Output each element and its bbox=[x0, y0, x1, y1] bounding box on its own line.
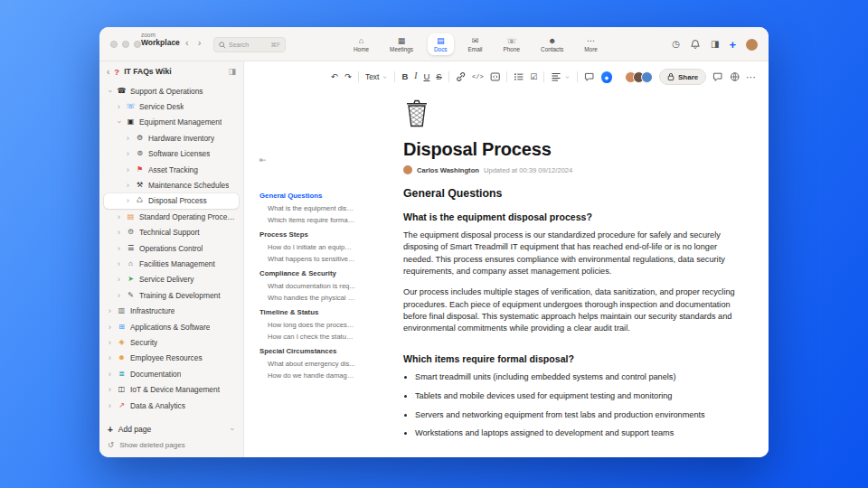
sidebar-item-maintenance-schedules[interactable]: ›⚒Maintenance Schedules bbox=[104, 177, 239, 192]
toc-section-general-questions[interactable]: General Questions bbox=[259, 190, 355, 202]
sidebar-item-training-development[interactable]: ›✎Training & Development bbox=[104, 287, 239, 303]
collaborator-avatar[interactable] bbox=[641, 71, 653, 83]
show-deleted-pages-button[interactable]: ↺ Show deleted pages bbox=[105, 437, 238, 452]
sidebar-item-iot-device-management[interactable]: ›◫IoT & Device Management bbox=[104, 381, 239, 397]
sidebar-item-equipment-management[interactable]: ›▣Equipment Management bbox=[104, 115, 239, 130]
toc-item-who-handles-the-physical-di[interactable]: Who handles the physical di... bbox=[259, 292, 355, 304]
sidebar-item-documentation[interactable]: ›≣Documentation bbox=[104, 366, 239, 381]
toc-item-what-is-the-equipment-disp[interactable]: What is the equipment disp... bbox=[259, 202, 355, 214]
tab-home[interactable]: ⌂Home bbox=[347, 33, 375, 55]
toc-item-what-documentation-is-req[interactable]: What documentation is req... bbox=[259, 280, 355, 292]
chevron-right-icon[interactable]: › bbox=[116, 212, 122, 221]
trash-emoji-icon[interactable] bbox=[403, 98, 747, 132]
comment-insert-icon[interactable] bbox=[584, 71, 594, 82]
chevron-right-icon[interactable]: › bbox=[107, 338, 113, 347]
sidebar-item-support-operations[interactable]: ›☎Support & Operations bbox=[104, 83, 239, 99]
tab-meetings[interactable]: ▦Meetings bbox=[383, 33, 420, 55]
bold-button[interactable]: B bbox=[401, 72, 408, 81]
toc-section-process-steps[interactable]: Process Steps bbox=[259, 229, 355, 241]
checklist-icon[interactable]: ☑ bbox=[530, 73, 537, 81]
sidebar-item-employee-resources[interactable]: ›☻Employee Resources bbox=[104, 351, 239, 366]
chevron-right-icon[interactable]: › bbox=[116, 102, 122, 111]
tab-phone[interactable]: ☏Phone bbox=[497, 33, 526, 55]
chevron-right-icon[interactable]: › bbox=[116, 259, 122, 268]
globe-icon[interactable] bbox=[730, 71, 740, 82]
underline-button[interactable]: U bbox=[423, 72, 429, 81]
chevron-right-icon[interactable]: › bbox=[107, 306, 113, 315]
back-icon[interactable]: ‹ bbox=[107, 67, 109, 77]
bullet-list-icon[interactable] bbox=[514, 71, 524, 82]
toc-item-what-happens-to-sensitive[interactable]: What happens to sensitive ... bbox=[259, 253, 355, 265]
add-page-button[interactable]: + Add page › bbox=[105, 421, 238, 437]
comments-icon[interactable] bbox=[712, 71, 722, 82]
sidebar-item-facilities-management[interactable]: ›⌂Facilities Management bbox=[104, 256, 239, 271]
chevron-right-icon[interactable]: › bbox=[125, 196, 131, 205]
minimize-button[interactable] bbox=[122, 41, 129, 48]
sidebar-item-security[interactable]: ›◈Security bbox=[104, 334, 239, 350]
sidebar-item-software-licenses[interactable]: ›⊚Software Licenses bbox=[104, 146, 239, 162]
search-input[interactable] bbox=[229, 42, 265, 48]
chevron-right-icon[interactable]: › bbox=[107, 353, 113, 362]
toc-item-how-long-does-the-process[interactable]: How long does the process ... bbox=[259, 319, 355, 331]
redo-button[interactable]: ↷ bbox=[344, 72, 352, 81]
toc-collapse-icon[interactable]: ⇤ bbox=[259, 155, 267, 164]
sidebar-item-technical-support[interactable]: ›⚙Technical Support bbox=[104, 225, 239, 240]
ai-companion-button[interactable]: ◆ bbox=[601, 71, 612, 83]
bell-icon[interactable] bbox=[690, 39, 701, 50]
sidebar-item-operations-control[interactable]: ›☰Operations Control bbox=[104, 240, 239, 256]
toc-item-how-can-i-check-the-status[interactable]: How can I check the status ... bbox=[259, 331, 355, 343]
toc-section-compliance-security[interactable]: Compliance & Security bbox=[259, 267, 355, 280]
nav-forward-icon[interactable]: › bbox=[198, 37, 202, 48]
maximize-button[interactable] bbox=[134, 41, 141, 48]
share-button[interactable]: Share bbox=[659, 69, 706, 85]
text-style-dropdown[interactable]: Text › bbox=[365, 72, 389, 81]
chevron-down-icon[interactable]: › bbox=[228, 427, 237, 433]
chevron-right-icon[interactable]: › bbox=[125, 149, 131, 158]
chevron-right-icon[interactable]: › bbox=[107, 401, 113, 410]
chevron-right-icon[interactable]: › bbox=[116, 275, 122, 284]
chevron-right-icon[interactable]: › bbox=[125, 165, 131, 174]
toc-item-which-items-require-formal[interactable]: Which items require formal ... bbox=[259, 214, 355, 226]
clock-icon[interactable]: ◷ bbox=[672, 40, 680, 49]
sidebar-item-hardware-inventory[interactable]: ›⚙Hardware Inventory bbox=[104, 130, 239, 145]
chevron-right-icon[interactable]: › bbox=[125, 181, 131, 190]
tab-more[interactable]: ⋯More bbox=[578, 33, 604, 55]
toc-section-special-circumstances[interactable]: Special Circumstances bbox=[259, 345, 355, 358]
code-block-icon[interactable] bbox=[490, 71, 500, 82]
tab-docs[interactable]: ▤Docs bbox=[428, 33, 454, 55]
sidebar-item-asset-tracking[interactable]: ›⚑Asset Tracking bbox=[104, 162, 239, 177]
sidebar-item-data-analytics[interactable]: ›↗Data & Analytics bbox=[104, 398, 239, 413]
toc-item-what-about-emergency-dis[interactable]: What about emergency dis... bbox=[259, 358, 355, 370]
chevron-right-icon[interactable]: › bbox=[116, 244, 122, 253]
sidebar-item-standard-operating-procedures[interactable]: ›▤Standard Operating Procedures bbox=[104, 209, 239, 224]
tab-contacts[interactable]: ☻Contacts bbox=[534, 33, 570, 55]
new-button[interactable]: + bbox=[729, 39, 736, 51]
chevron-right-icon[interactable]: › bbox=[125, 134, 131, 143]
inline-code-icon[interactable]: </> bbox=[472, 73, 484, 80]
strikethrough-button[interactable]: S bbox=[436, 72, 441, 81]
undo-button[interactable]: ↶ bbox=[331, 72, 338, 81]
link-icon[interactable] bbox=[456, 71, 466, 82]
chevron-right-icon[interactable]: › bbox=[107, 385, 113, 394]
italic-button[interactable]: I bbox=[414, 72, 417, 81]
sidebar-item-applications-software[interactable]: ›⊞Applications & Software bbox=[104, 319, 239, 334]
global-search[interactable]: ⌘F bbox=[213, 37, 286, 52]
sidebar-item-service-desk[interactable]: ›☏Service Desk bbox=[104, 99, 239, 114]
sidebar-item-service-delivery[interactable]: ›➤Service Delivery bbox=[104, 272, 239, 287]
nav-back-icon[interactable]: ‹ bbox=[185, 37, 189, 48]
chevron-down-icon[interactable]: › bbox=[106, 88, 115, 94]
toc-item-how-do-we-handle-damage[interactable]: How do we handle damage... bbox=[259, 370, 355, 381]
profile-avatar[interactable] bbox=[746, 39, 758, 51]
chevron-right-icon[interactable]: › bbox=[116, 228, 122, 237]
toc-section-timeline-status[interactable]: Timeline & Status bbox=[259, 306, 355, 319]
chevron-right-icon[interactable]: › bbox=[116, 291, 122, 300]
close-button[interactable] bbox=[110, 41, 118, 48]
chevron-right-icon[interactable]: › bbox=[107, 323, 113, 332]
sidebar-collapse-icon[interactable]: ◨ bbox=[228, 67, 236, 76]
chevron-right-icon[interactable]: › bbox=[107, 370, 113, 379]
chevron-down-icon[interactable]: › bbox=[115, 119, 124, 126]
sidebar-item-infrastructure[interactable]: ›▥Infrastructure bbox=[104, 303, 239, 318]
more-options-icon[interactable]: ⋯ bbox=[746, 72, 756, 82]
tab-email[interactable]: ✉Email bbox=[462, 33, 489, 55]
toc-item-how-do-i-initiate-an-equipm[interactable]: How do I initiate an equipm... bbox=[259, 241, 355, 253]
